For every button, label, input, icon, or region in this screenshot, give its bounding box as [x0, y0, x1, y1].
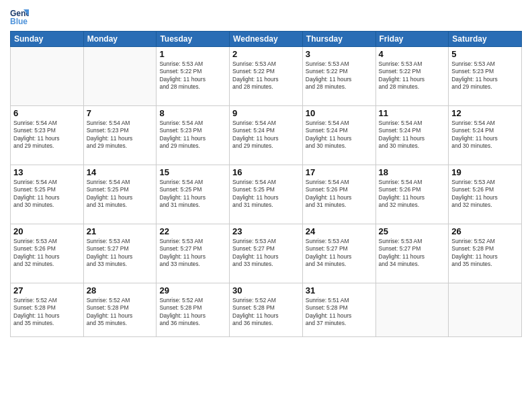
day-info: Sunrise: 5:53 AM Sunset: 5:27 PM Dayligh… [232, 238, 300, 269]
day-number: 15 [159, 167, 226, 177]
day-info: Sunrise: 5:52 AM Sunset: 5:28 PM Dayligh… [159, 297, 226, 328]
day-info: Sunrise: 5:52 AM Sunset: 5:28 PM Dayligh… [451, 238, 519, 269]
calendar-day: 20Sunrise: 5:53 AM Sunset: 5:26 PM Dayli… [11, 224, 84, 283]
calendar-day: 22Sunrise: 5:53 AM Sunset: 5:27 PM Dayli… [157, 224, 230, 283]
day-number: 9 [232, 108, 300, 118]
day-info: Sunrise: 5:51 AM Sunset: 5:28 PM Dayligh… [306, 297, 373, 328]
day-info: Sunrise: 5:53 AM Sunset: 5:22 PM Dayligh… [379, 60, 446, 91]
calendar-day: 8Sunrise: 5:54 AM Sunset: 5:23 PM Daylig… [157, 106, 230, 165]
day-info: Sunrise: 5:54 AM Sunset: 5:24 PM Dayligh… [451, 120, 519, 150]
day-number: 28 [87, 285, 154, 295]
calendar-day: 13Sunrise: 5:54 AM Sunset: 5:25 PM Dayli… [11, 165, 84, 224]
day-info: Sunrise: 5:54 AM Sunset: 5:24 PM Dayligh… [232, 120, 300, 150]
day-number: 19 [451, 167, 519, 177]
day-info: Sunrise: 5:54 AM Sunset: 5:23 PM Dayligh… [159, 120, 226, 150]
day-number: 29 [159, 285, 226, 295]
day-info: Sunrise: 5:52 AM Sunset: 5:28 PM Dayligh… [87, 297, 154, 328]
day-number: 11 [379, 108, 446, 118]
calendar-table: SundayMondayTuesdayWednesdayThursdayFrid… [10, 31, 522, 337]
day-number: 30 [232, 285, 300, 295]
day-info: Sunrise: 5:54 AM Sunset: 5:23 PM Dayligh… [87, 120, 154, 150]
weekday-header: Tuesday [157, 32, 230, 47]
day-info: Sunrise: 5:54 AM Sunset: 5:24 PM Dayligh… [379, 120, 446, 150]
day-number: 5 [451, 49, 519, 59]
calendar-day: 21Sunrise: 5:53 AM Sunset: 5:27 PM Dayli… [83, 224, 157, 283]
day-number: 31 [306, 285, 373, 295]
calendar-day: 11Sunrise: 5:54 AM Sunset: 5:24 PM Dayli… [375, 106, 449, 165]
weekday-header: Wednesday [230, 32, 303, 47]
svg-text:Blue: Blue [10, 17, 28, 26]
day-number: 24 [306, 226, 373, 236]
day-number: 20 [13, 226, 81, 236]
calendar-day: 5Sunrise: 5:53 AM Sunset: 5:23 PM Daylig… [449, 47, 522, 106]
day-info: Sunrise: 5:53 AM Sunset: 5:27 PM Dayligh… [306, 238, 373, 269]
calendar-day: 12Sunrise: 5:54 AM Sunset: 5:24 PM Dayli… [449, 106, 522, 165]
day-number: 27 [13, 285, 81, 295]
day-info: Sunrise: 5:53 AM Sunset: 5:27 PM Dayligh… [379, 238, 446, 269]
calendar-empty [11, 47, 84, 106]
calendar-day: 16Sunrise: 5:54 AM Sunset: 5:25 PM Dayli… [230, 165, 303, 224]
day-number: 2 [232, 49, 300, 59]
calendar-day: 2Sunrise: 5:53 AM Sunset: 5:22 PM Daylig… [230, 47, 303, 106]
day-info: Sunrise: 5:54 AM Sunset: 5:25 PM Dayligh… [13, 179, 81, 210]
calendar-day: 4Sunrise: 5:53 AM Sunset: 5:22 PM Daylig… [375, 47, 449, 106]
calendar-day: 7Sunrise: 5:54 AM Sunset: 5:23 PM Daylig… [83, 106, 157, 165]
day-number: 3 [306, 49, 373, 59]
day-number: 17 [306, 167, 373, 177]
day-info: Sunrise: 5:54 AM Sunset: 5:26 PM Dayligh… [379, 179, 446, 210]
day-info: Sunrise: 5:52 AM Sunset: 5:28 PM Dayligh… [13, 297, 81, 328]
day-info: Sunrise: 5:53 AM Sunset: 5:27 PM Dayligh… [87, 238, 154, 269]
logo: General Blue [10, 7, 30, 26]
day-number: 6 [13, 108, 81, 118]
calendar-day: 15Sunrise: 5:54 AM Sunset: 5:25 PM Dayli… [157, 165, 230, 224]
day-info: Sunrise: 5:54 AM Sunset: 5:24 PM Dayligh… [306, 120, 373, 150]
day-number: 7 [87, 108, 154, 118]
day-number: 14 [87, 167, 154, 177]
day-info: Sunrise: 5:54 AM Sunset: 5:23 PM Dayligh… [13, 120, 81, 150]
day-info: Sunrise: 5:53 AM Sunset: 5:22 PM Dayligh… [159, 60, 226, 91]
calendar-day: 25Sunrise: 5:53 AM Sunset: 5:27 PM Dayli… [375, 224, 449, 283]
calendar-empty [375, 283, 449, 337]
day-number: 12 [451, 108, 519, 118]
day-number: 21 [87, 226, 154, 236]
calendar-day: 3Sunrise: 5:53 AM Sunset: 5:22 PM Daylig… [302, 47, 375, 106]
calendar-day: 1Sunrise: 5:53 AM Sunset: 5:22 PM Daylig… [157, 47, 230, 106]
day-info: Sunrise: 5:53 AM Sunset: 5:22 PM Dayligh… [306, 60, 373, 91]
calendar-day: 6Sunrise: 5:54 AM Sunset: 5:23 PM Daylig… [11, 106, 84, 165]
day-info: Sunrise: 5:53 AM Sunset: 5:23 PM Dayligh… [451, 60, 519, 91]
weekday-header: Thursday [302, 32, 375, 47]
day-info: Sunrise: 5:53 AM Sunset: 5:27 PM Dayligh… [159, 238, 226, 269]
calendar-empty [83, 47, 157, 106]
day-number: 10 [306, 108, 373, 118]
day-number: 25 [379, 226, 446, 236]
day-info: Sunrise: 5:54 AM Sunset: 5:25 PM Dayligh… [232, 179, 300, 210]
calendar-day: 24Sunrise: 5:53 AM Sunset: 5:27 PM Dayli… [302, 224, 375, 283]
weekday-header: Saturday [449, 32, 522, 47]
calendar-day: 14Sunrise: 5:54 AM Sunset: 5:25 PM Dayli… [83, 165, 157, 224]
weekday-header: Friday [375, 32, 449, 47]
calendar-day: 19Sunrise: 5:53 AM Sunset: 5:26 PM Dayli… [449, 165, 522, 224]
calendar-day: 23Sunrise: 5:53 AM Sunset: 5:27 PM Dayli… [230, 224, 303, 283]
calendar-day: 9Sunrise: 5:54 AM Sunset: 5:24 PM Daylig… [230, 106, 303, 165]
day-info: Sunrise: 5:54 AM Sunset: 5:26 PM Dayligh… [306, 179, 373, 210]
calendar-day: 10Sunrise: 5:54 AM Sunset: 5:24 PM Dayli… [302, 106, 375, 165]
day-number: 26 [451, 226, 519, 236]
calendar-empty [449, 283, 522, 337]
day-number: 18 [379, 167, 446, 177]
calendar-day: 26Sunrise: 5:52 AM Sunset: 5:28 PM Dayli… [449, 224, 522, 283]
weekday-header: Monday [83, 32, 157, 47]
calendar-day: 31Sunrise: 5:51 AM Sunset: 5:28 PM Dayli… [302, 283, 375, 337]
day-info: Sunrise: 5:53 AM Sunset: 5:26 PM Dayligh… [13, 238, 81, 269]
calendar-day: 29Sunrise: 5:52 AM Sunset: 5:28 PM Dayli… [157, 283, 230, 337]
day-number: 4 [379, 49, 446, 59]
day-number: 1 [159, 49, 226, 59]
day-info: Sunrise: 5:53 AM Sunset: 5:26 PM Dayligh… [451, 179, 519, 210]
day-info: Sunrise: 5:54 AM Sunset: 5:25 PM Dayligh… [87, 179, 154, 210]
calendar-day: 18Sunrise: 5:54 AM Sunset: 5:26 PM Dayli… [375, 165, 449, 224]
weekday-header: Sunday [11, 32, 84, 47]
day-info: Sunrise: 5:52 AM Sunset: 5:28 PM Dayligh… [232, 297, 300, 328]
day-number: 8 [159, 108, 226, 118]
calendar-day: 30Sunrise: 5:52 AM Sunset: 5:28 PM Dayli… [230, 283, 303, 337]
day-info: Sunrise: 5:53 AM Sunset: 5:22 PM Dayligh… [232, 60, 300, 91]
day-number: 22 [159, 226, 226, 236]
